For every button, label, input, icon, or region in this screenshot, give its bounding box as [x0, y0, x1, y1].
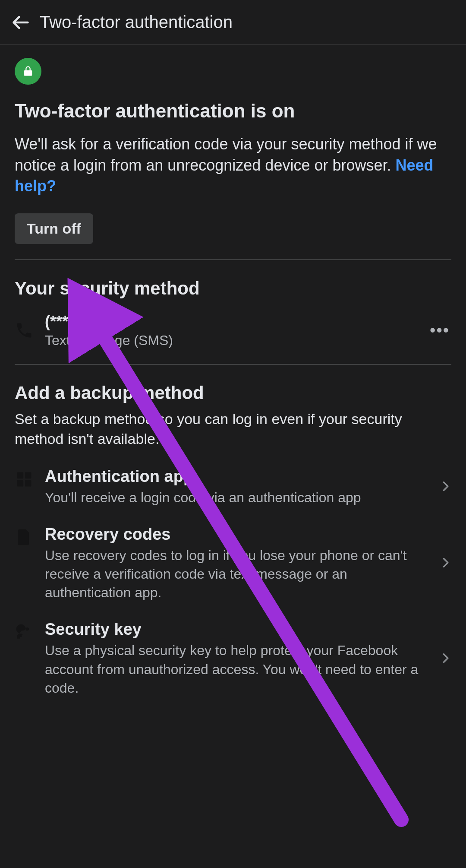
more-options-button[interactable]: •••: [428, 317, 451, 344]
status-description: We'll ask for a verification code via yo…: [15, 134, 451, 197]
backup-item-recovery-codes[interactable]: Recovery codes Use recovery codes to log…: [15, 525, 451, 602]
backup-section-desc: Set a backup method so you can log in ev…: [15, 409, 451, 449]
arrow-left-icon: [11, 13, 30, 32]
phone-icon: [15, 321, 38, 340]
auth-app-icon: [15, 467, 38, 489]
turn-off-button[interactable]: Turn off: [15, 213, 93, 244]
backup-item-desc: Use a physical security key to help prot…: [45, 641, 433, 697]
status-title: Two-factor authentication is on: [15, 100, 451, 122]
backup-item-title: Authentication app: [45, 467, 433, 486]
chevron-right-icon: [433, 554, 451, 573]
security-method-row[interactable]: (***) ***-**15 Text message (SMS) •••: [15, 313, 451, 348]
svg-rect-3: [25, 480, 31, 486]
ellipsis-icon: •••: [430, 321, 450, 339]
chevron-right-icon: [433, 649, 451, 668]
security-method-type: Text message (SMS): [45, 333, 428, 348]
lock-badge: [15, 58, 41, 85]
divider: [15, 260, 451, 260]
divider: [15, 364, 451, 364]
backup-item-title: Security key: [45, 620, 433, 639]
document-icon: [15, 525, 38, 547]
key-icon: [15, 620, 38, 642]
backup-item-title: Recovery codes: [45, 525, 433, 544]
back-button[interactable]: [10, 12, 31, 33]
header-bar: Two-factor authentication: [0, 0, 466, 45]
backup-item-security-key[interactable]: Security key Use a physical security key…: [15, 620, 451, 697]
svg-rect-1: [25, 472, 31, 478]
security-method-number: (***) ***-**15: [45, 313, 428, 331]
chevron-right-icon: [433, 478, 451, 497]
status-description-text: We'll ask for a verification code via yo…: [15, 135, 437, 174]
svg-rect-2: [17, 480, 24, 486]
lock-icon: [22, 65, 34, 77]
svg-rect-0: [17, 472, 24, 478]
backup-item-desc: You'll receive a login code via an authe…: [45, 488, 433, 507]
page-title: Two-factor authentication: [40, 13, 233, 32]
security-method-section-title: Your security method: [15, 278, 451, 299]
backup-section-title: Add a backup method: [15, 383, 451, 403]
backup-item-auth-app[interactable]: Authentication app You'll receive a logi…: [15, 467, 451, 507]
backup-item-desc: Use recovery codes to log in if you lose…: [45, 546, 433, 602]
